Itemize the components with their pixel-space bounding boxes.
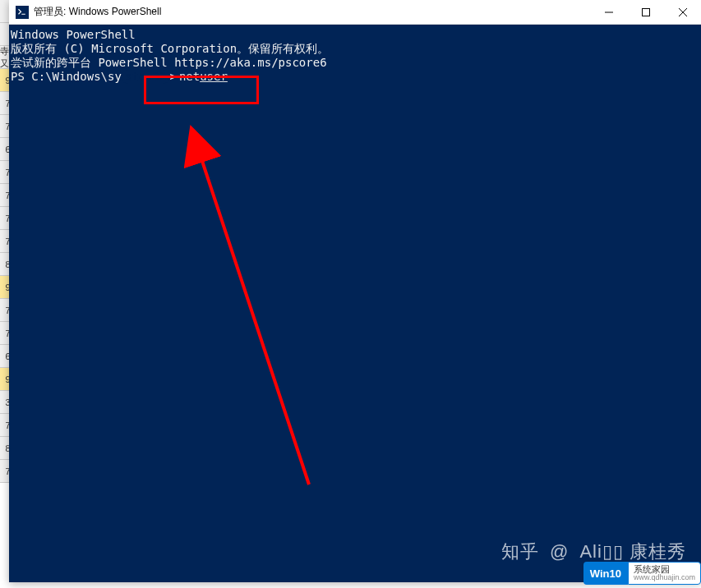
- site-badge: Win10 系统家园 www.qdhuajin.com: [583, 558, 701, 588]
- powershell-window: 管理员: Windows PowerShell Windows PowerShe…: [9, 0, 701, 582]
- svg-line-5: [201, 156, 309, 485]
- terminal-line: 版权所有 (C) Microsoft Corporation。保留所有权利。: [9, 42, 701, 56]
- watermark-brand: 知乎: [501, 541, 539, 562]
- badge-info: 系统家园 www.qdhuajin.com: [628, 562, 701, 585]
- terminal-line: 尝试新的跨平台 PowerShell https://aka.ms/pscore…: [9, 56, 701, 70]
- terminal-content[interactable]: Windows PowerShell 版权所有 (C) Microsoft Co…: [9, 25, 701, 582]
- terminal-line: Windows PowerShell: [9, 28, 701, 42]
- watermark-at: @: [550, 541, 569, 562]
- minimize-button[interactable]: [590, 0, 627, 25]
- prompt-hidden-part: stem32: [122, 70, 170, 84]
- window-titlebar[interactable]: 管理员: Windows PowerShell: [9, 0, 701, 25]
- svg-rect-1: [642, 9, 649, 16]
- window-controls: [590, 0, 701, 24]
- powershell-icon: [16, 6, 29, 19]
- prompt-gt: >: [169, 70, 176, 84]
- maximize-button[interactable]: [627, 0, 664, 25]
- command-text: net: [179, 70, 200, 84]
- annotation-arrow: [182, 115, 346, 501]
- command-text-underlined: user: [200, 70, 228, 84]
- terminal-prompt-line: PS C:\Windows\system32>net user: [9, 70, 701, 84]
- window-title: 管理员: Windows PowerShell: [34, 5, 590, 19]
- badge-text2: www.qdhuajin.com: [634, 574, 695, 582]
- close-button[interactable]: [664, 0, 701, 25]
- badge-label: Win10: [583, 562, 628, 585]
- prompt-path: PS C:\Windows\sy: [11, 70, 122, 84]
